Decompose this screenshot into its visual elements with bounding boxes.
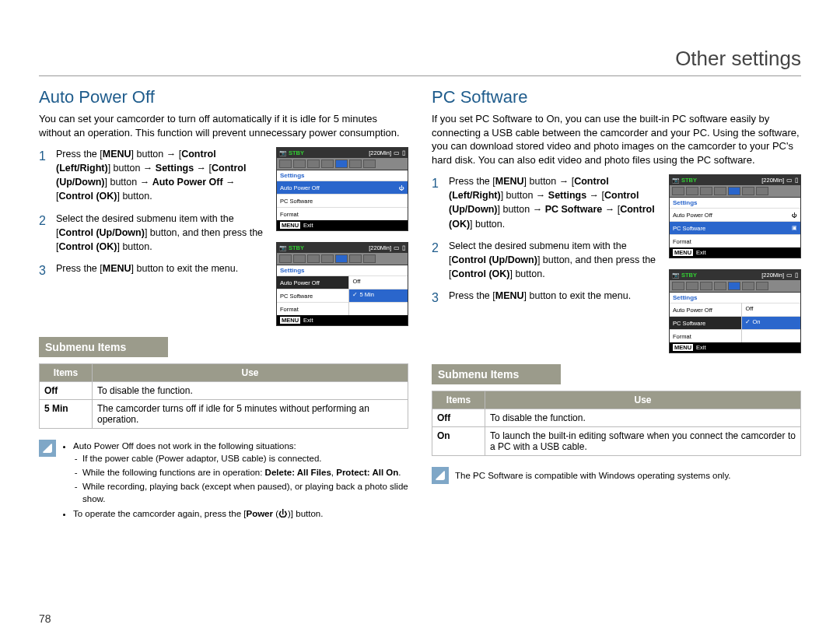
page-number: 78	[39, 612, 51, 625]
col-pc-software: PC Software If you set PC Software to On…	[432, 84, 801, 521]
submenu-header-pcs: Submenu Items	[432, 364, 561, 384]
page-title: Other settings	[39, 31, 801, 75]
submenu-header-apo: Submenu Items	[39, 337, 168, 357]
note-pcs: The PC Software is compatible with Windo…	[432, 467, 801, 484]
note-icon	[432, 467, 449, 484]
submenu-table-pcs: ItemsUse OffTo disable the function. OnT…	[432, 391, 801, 456]
step-1: 1 Press the [MENU] button → [Control (Le…	[39, 147, 268, 204]
screen-apo-1: 📷STBY[220Min]▭▯ Settings Auto Power Off⏻…	[276, 147, 408, 231]
intro-pcs: If you set PC Software to On, you can us…	[432, 112, 801, 167]
screen-pcs-1: 📷STBY[220Min]▭▯ Settings Auto Power Off⏻…	[669, 174, 801, 258]
submenu-table-apo: ItemsUse OffTo disable the function. 5 M…	[39, 363, 408, 429]
step-2: 2 Select the desired submenu item with t…	[432, 239, 661, 281]
step-2: 2 Select the desired submenu item with t…	[39, 212, 268, 254]
screen-apo-2: 📷STBY[220Min]▭▯ Settings Auto Power Off …	[276, 242, 408, 326]
note-apo: Auto Power Off does not work in the foll…	[39, 440, 408, 521]
step-3: 3 Press the [MENU] button to exit the me…	[432, 289, 661, 307]
screen-pcs-2: 📷STBY[220Min]▭▯ Settings Auto Power Off …	[669, 269, 801, 353]
section-title-apo: Auto Power Off	[39, 87, 408, 107]
power-icon: ⏻	[278, 509, 288, 518]
step-3: 3 Press the [MENU] button to exit the me…	[39, 261, 268, 279]
note-icon	[39, 440, 56, 457]
col-auto-power-off: Auto Power Off You can set your camcorde…	[39, 84, 408, 521]
step-1: 1 Press the [MENU] button → [Control (Le…	[432, 174, 661, 231]
page-header: Other settings	[39, 31, 801, 76]
section-title-pcs: PC Software	[432, 87, 801, 107]
intro-apo: You can set your camcorder to turn off a…	[39, 112, 408, 139]
